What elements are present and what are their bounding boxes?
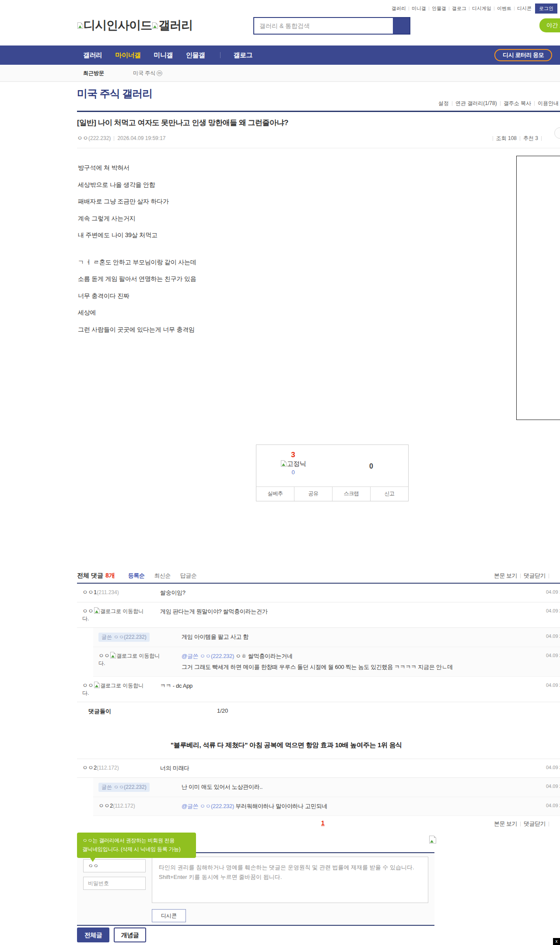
copy-gallery-url-link[interactable]: 갤주소 복사 — [504, 100, 531, 107]
comment-text: 난 이미 애도 있어서 노상관이라.. — [182, 783, 546, 791]
comment-text: @글쓴 ㅇㅇ(222.232) 부러워해야하나 말아야하나 고민되네 — [182, 802, 546, 811]
comment-text: @글쓴 ㅇㅇ(222.232) ㅇㅎ 쌀먹충이라는거네그거 그래도 빡세게 하면… — [182, 652, 546, 672]
topbar-link-minigal[interactable]: 미니갤 — [412, 5, 426, 12]
report-button[interactable]: 신고 — [370, 487, 408, 501]
divider — [409, 7, 409, 10]
broken-image-icon — [110, 652, 116, 658]
nav-item-gallog[interactable]: 갤로그 — [234, 51, 253, 60]
tooltip-line: ㅇㅇ는 갤러리에서 권장하는 비회원 전용 — [82, 836, 191, 845]
comment-text: 게임 아이템을 팔고 사고 함 — [182, 633, 546, 641]
comment-page-indicator[interactable]: 1/20 — [217, 707, 228, 714]
divider — [520, 136, 520, 141]
comment-text: 쌀숭이임? — [160, 588, 546, 597]
topbar-link-gallog[interactable]: 갤로그 — [452, 5, 466, 12]
sort-registered-tab[interactable]: 등록순 — [128, 572, 145, 580]
comment-author-gallog[interactable]: ㅇㅇ갤로그로 이동합니다. — [82, 682, 149, 697]
vote-actions: 실베추 공유 스크랩 신고 — [256, 486, 408, 501]
best-posts-button[interactable]: 개념글 — [114, 928, 146, 942]
close-comments-link[interactable]: 댓글닫기 — [524, 820, 546, 828]
comment-author-gallog[interactable]: ㅇㅇ갤로그로 이동합니다. — [98, 652, 165, 667]
gallery-title[interactable]: 미국 주식 갤러리 — [77, 87, 152, 101]
topbar-link-event[interactable]: 이벤트 — [497, 5, 511, 12]
upvote-area[interactable]: 3 고정닉 0 — [269, 451, 318, 476]
mention-link[interactable]: @글쓴 ㅇㅇ(222.232) — [182, 803, 234, 809]
divider — [520, 822, 521, 826]
downvote-count: 0 — [369, 462, 373, 470]
view-post-link[interactable]: 본문 보기 — [494, 820, 517, 828]
main-nav: 갤러리 마이너갤 미니갤 인물갤 갤로그 디시 로터리 응모 — [0, 46, 560, 65]
comment-author-gallog[interactable]: ㅇㅇ갤로그로 이동합니다. — [82, 607, 149, 623]
comment-textarea[interactable] — [152, 857, 428, 903]
nav-item-gallery[interactable]: 갤러리 — [83, 51, 102, 60]
comments-header: 전체 댓글 8개 등록순 최신순 답글순 본문 보기 댓글닫기 — [77, 569, 560, 583]
comment-author: ㅇㅇ — [82, 608, 94, 614]
comment-row: ㅇㅇ1(211.234) 쌀숭이임? 04.09 19:5 — [77, 584, 560, 602]
fixed-nick-count: 0 — [269, 469, 318, 476]
site-logo[interactable]: 디시인사이드 갤러리 — [77, 18, 192, 33]
comment-row: ㅇㅇ갤로그로 이동합니다. 게임 판다는게 뭔말이야? 쌀먹충이라는건가 04.… — [77, 602, 560, 628]
topbar-link-persongal[interactable]: 인물갤 — [432, 5, 446, 12]
topbar-link-gallery[interactable]: 갤러리 — [392, 5, 406, 12]
writer-badge: 글쓴 ㅇㅇ(222.232) — [98, 783, 150, 792]
mention-link[interactable]: @글쓴 ㅇㅇ(222.232) — [182, 653, 234, 659]
dc-lottery-button[interactable]: 디시 로터리 응모 — [494, 49, 552, 61]
ad-close-button[interactable]: x — [553, 938, 560, 945]
comment-author-ip: (211.234) — [97, 589, 119, 595]
password-input[interactable] — [83, 877, 146, 890]
share-button[interactable]: 공유 — [294, 487, 332, 501]
comment-write-form: 디시콘 — [77, 852, 434, 926]
search-input[interactable] — [254, 18, 393, 34]
dccon-button[interactable]: 디시콘 — [152, 909, 186, 922]
post-meta: ㅇㅇ (222.232) 2026.04.09 19:59:17 조회 108 … — [77, 134, 560, 148]
post-category: [일반] — [77, 119, 96, 127]
nav-item-minigal[interactable]: 미니갤 — [154, 51, 173, 60]
body-line: 너무 충격이다 진짜 — [78, 287, 196, 304]
silbechu-button[interactable]: 실베추 — [256, 487, 294, 501]
topbar-link-dccon[interactable]: 디시콘 — [517, 5, 532, 12]
body-line: 세상밖으로 나올 생각을 안함 — [78, 176, 196, 193]
view-count: 조회 108 — [496, 135, 517, 142]
comment-author: ㅇㅇ — [98, 652, 110, 659]
fixed-nick-text: 고정닉 — [287, 460, 306, 467]
comment-date: 04.09 20:0 — [546, 607, 560, 613]
sort-reply-tab[interactable]: 답글순 — [180, 572, 197, 580]
related-galleries-link[interactable]: 연관 갤러리(1/78) — [455, 100, 497, 107]
broken-image-icon — [94, 607, 100, 614]
comment-bot-label[interactable]: 댓글돌이 — [88, 707, 111, 715]
login-button[interactable]: 로그인 — [535, 4, 557, 14]
ad-headline-link[interactable]: "블루베리, 석류 다 제쳤다" 아침 공복에 먹으면 항암 효과 10배 높여… — [171, 741, 402, 749]
body-line: 내 주변에도 나이 39살 처먹고 — [78, 227, 196, 244]
nickname-tooltip: ㅇㅇ는 갤러리에서 권장하는 비회원 전용 갤닉네임입니다. (삭제 시 닉네임… — [77, 833, 196, 858]
recent-visit-bar: 최근방문 미국 주식 m — [0, 65, 560, 82]
recommend-count: 추천 3 — [523, 135, 538, 142]
usage-guide-link[interactable]: 이용안내 — [538, 100, 559, 107]
view-post-link[interactable]: 본문 보기 — [494, 572, 517, 580]
nav-item-persongal[interactable]: 인물갤 — [186, 51, 205, 60]
reply-row: 글쓴 ㅇㅇ(222.232) 난 이미 애도 있어서 노상관이라.. 04.09… — [93, 778, 560, 797]
scrap-button[interactable]: 스크랩 — [332, 487, 370, 501]
comment-pagination: 1 본문 보기 댓글닫기 — [77, 817, 560, 830]
broken-image-icon — [429, 836, 436, 844]
comment-row: ㅇㅇ갤로그로 이동합니다. ㅋㅋ - dc App 04.09 20:0 — [77, 677, 560, 702]
nav-item-minorgal[interactable]: 마이너갤 — [116, 51, 141, 60]
comment-date: 04.09 20:0 — [546, 633, 560, 639]
close-comments-link[interactable]: 댓글닫기 — [524, 572, 546, 580]
upvote-count: 3 — [269, 451, 318, 459]
comments-total-label: 전체 댓글 — [77, 572, 103, 580]
divider — [114, 136, 114, 141]
body-line — [78, 244, 196, 254]
gallery-settings-link[interactable]: 설정 — [438, 100, 449, 107]
comment-text-line2: 그거 그래도 빡세게 하면 메이플 한창때 우루스 돌던 시절에 월 600 찍… — [182, 663, 542, 672]
all-posts-button[interactable]: 전체글 — [77, 928, 109, 942]
comment-text-part: ㅇㅎ 쌀먹충이라는거네 — [235, 653, 292, 659]
night-mode-button[interactable]: 야간 모드 — [539, 18, 560, 32]
page-number-1[interactable]: 1 — [321, 819, 325, 826]
topbar-link-dcgame[interactable]: 디시게임 — [472, 5, 491, 12]
search-button[interactable] — [393, 18, 410, 34]
recent-visit-label: 최근방문 — [83, 70, 104, 77]
sort-newest-tab[interactable]: 최신순 — [154, 572, 171, 580]
comment-text: 게임 판다는게 뭔말이야? 쌀먹충이라는건가 — [160, 607, 546, 616]
minor-gallery-icon: m — [157, 70, 162, 76]
comment-author-ip: (112.172) — [113, 803, 135, 809]
recent-gallery-link[interactable]: 미국 주식 — [133, 70, 155, 77]
